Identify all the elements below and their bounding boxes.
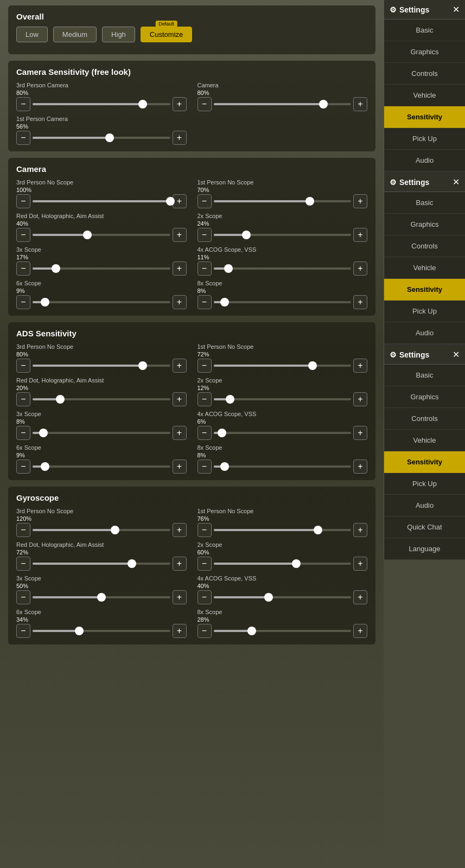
minus-6x-scope-ads[interactable]: −	[16, 459, 30, 474]
plus-red-dot-gyro[interactable]: +	[173, 557, 187, 571]
minus-1st-no-scope-ads[interactable]: −	[198, 359, 212, 373]
sidebar-item-language-3[interactable]: Language	[384, 538, 465, 560]
sidebar-item-pickup-3[interactable]: Pick Up	[384, 473, 465, 495]
plus-3rd-person-camera[interactable]: +	[173, 97, 187, 111]
minus-3rd-no-scope-gyro[interactable]: −	[16, 523, 30, 537]
slider-1st-no-scope-ads: 1st Person No Scope 72% − +	[198, 343, 368, 373]
sidebar-item-graphics-2[interactable]: Graphics	[384, 214, 465, 235]
slider-4x-scope-gyro: 4x ACOG Scope, VSS 40% − +	[198, 575, 368, 604]
sidebar-item-quickchat-3[interactable]: Quick Chat	[384, 516, 465, 538]
plus-camera[interactable]: +	[353, 97, 367, 111]
plus-1st-person-camera[interactable]: +	[173, 131, 187, 145]
minus-1st-person-camera[interactable]: −	[16, 131, 30, 145]
sidebar-item-audio-1[interactable]: Audio	[384, 150, 465, 171]
sidebar-item-sensitivity-2[interactable]: Sensitivity	[384, 279, 465, 301]
plus-3x-scope-gyro[interactable]: +	[173, 590, 187, 604]
camera-sensitivity-title: Camera Sensitivity (free look)	[16, 67, 367, 76]
minus-6x-scope-gyro[interactable]: −	[16, 624, 30, 638]
plus-6x-scope-cam[interactable]: +	[173, 295, 187, 309]
minus-3rd-no-scope-cam[interactable]: −	[16, 194, 30, 208]
minus-4x-scope-ads[interactable]: −	[198, 426, 212, 440]
plus-red-dot-cam[interactable]: +	[173, 228, 187, 242]
slider-camera: Camera 80% − +	[198, 82, 368, 111]
plus-6x-scope-gyro[interactable]: +	[173, 624, 187, 638]
minus-red-dot-ads[interactable]: −	[16, 392, 30, 406]
slider-8x-scope-gyro: 8x Scope 28% − +	[198, 609, 368, 638]
plus-red-dot-ads[interactable]: +	[173, 392, 187, 406]
plus-2x-scope-cam[interactable]: +	[353, 228, 367, 242]
camera-sensitivity-panel: Camera Sensitivity (free look) 3rd Perso…	[8, 61, 375, 151]
preset-high-button[interactable]: High	[102, 27, 135, 42]
sidebar-item-vehicle-2[interactable]: Vehicle	[384, 257, 465, 279]
minus-red-dot-cam[interactable]: −	[16, 228, 30, 242]
plus-2x-scope-ads[interactable]: +	[353, 392, 367, 406]
plus-4x-scope-gyro[interactable]: +	[353, 590, 367, 604]
sidebar-item-controls-3[interactable]: Controls	[384, 408, 465, 430]
main-content: Overall Low Medium High Default Customiz…	[0, 0, 384, 868]
slider-8x-scope-ads: 8x Scope 8% − +	[198, 444, 368, 474]
sidebar-item-basic-1[interactable]: Basic	[384, 20, 465, 41]
minus-2x-scope-ads[interactable]: −	[198, 392, 212, 406]
minus-2x-scope-cam[interactable]: −	[198, 228, 212, 242]
sidebar-item-pickup-1[interactable]: Pick Up	[384, 128, 465, 150]
preset-customize-button[interactable]: Default Customize	[141, 27, 192, 42]
sidebar-item-graphics-3[interactable]: Graphics	[384, 386, 465, 408]
preset-low-button[interactable]: Low	[16, 27, 48, 42]
sidebar-item-vehicle-3[interactable]: Vehicle	[384, 430, 465, 451]
minus-2x-scope-gyro[interactable]: −	[198, 557, 212, 571]
sidebar-item-sensitivity-1[interactable]: Sensitivity	[384, 106, 465, 128]
minus-red-dot-gyro[interactable]: −	[16, 557, 30, 571]
slider-6x-scope-cam: 6x Scope 9% − +	[16, 280, 187, 309]
close-button-1[interactable]: ✕	[453, 4, 460, 15]
sidebar-item-pickup-2[interactable]: Pick Up	[384, 301, 465, 322]
minus-3x-scope-ads[interactable]: −	[16, 426, 30, 440]
minus-1st-no-scope-cam[interactable]: −	[198, 194, 212, 208]
plus-3rd-no-scope-gyro[interactable]: +	[173, 523, 187, 537]
minus-8x-scope-gyro[interactable]: −	[198, 624, 212, 638]
sidebar-item-graphics-1[interactable]: Graphics	[384, 41, 465, 63]
minus-4x-scope-cam[interactable]: −	[198, 261, 212, 276]
plus-8x-scope-ads[interactable]: +	[353, 459, 367, 474]
slider-2x-scope-cam: 2x Scope 24% − +	[198, 213, 368, 242]
plus-3x-scope-ads[interactable]: +	[173, 426, 187, 440]
plus-2x-scope-gyro[interactable]: +	[353, 557, 367, 571]
slider-4x-scope-ads: 4x ACOG Scope, VSS 6% − +	[198, 411, 368, 440]
plus-1st-no-scope-ads[interactable]: +	[353, 359, 367, 373]
ads-panel: ADS Sensitivity 3rd Person No Scope 80% …	[8, 322, 375, 480]
slider-3x-scope-ads: 3x Scope 8% − +	[16, 411, 187, 440]
minus-6x-scope-cam[interactable]: −	[16, 295, 30, 309]
sidebar-item-vehicle-1[interactable]: Vehicle	[384, 85, 465, 106]
minus-3rd-no-scope-ads[interactable]: −	[16, 359, 30, 373]
close-button-3[interactable]: ✕	[453, 349, 460, 360]
minus-1st-no-scope-gyro[interactable]: −	[198, 523, 212, 537]
sidebar-item-sensitivity-3[interactable]: Sensitivity	[384, 451, 465, 473]
plus-8x-scope-cam[interactable]: +	[353, 295, 367, 309]
minus-4x-scope-gyro[interactable]: −	[198, 590, 212, 604]
plus-1st-no-scope-cam[interactable]: +	[353, 194, 367, 208]
plus-3x-scope-cam[interactable]: +	[173, 261, 187, 276]
sidebar-item-controls-2[interactable]: Controls	[384, 235, 465, 257]
track-1st-person-camera[interactable]	[33, 137, 170, 139]
sidebar-item-audio-3[interactable]: Audio	[384, 495, 465, 516]
close-button-2[interactable]: ✕	[453, 177, 460, 187]
sidebar-item-basic-2[interactable]: Basic	[384, 192, 465, 214]
minus-8x-scope-ads[interactable]: −	[198, 459, 212, 474]
plus-4x-scope-cam[interactable]: +	[353, 261, 367, 276]
sidebar-item-audio-2[interactable]: Audio	[384, 322, 465, 344]
plus-8x-scope-gyro[interactable]: +	[353, 624, 367, 638]
sidebar-item-controls-1[interactable]: Controls	[384, 63, 465, 85]
track-camera[interactable]	[214, 103, 352, 105]
plus-4x-scope-ads[interactable]: +	[353, 426, 367, 440]
plus-3rd-no-scope-ads[interactable]: +	[173, 359, 187, 373]
preset-medium-button[interactable]: Medium	[53, 27, 97, 42]
sidebar-item-basic-3[interactable]: Basic	[384, 365, 465, 386]
minus-8x-scope-cam[interactable]: −	[198, 295, 212, 309]
minus-camera[interactable]: −	[198, 97, 212, 111]
plus-6x-scope-ads[interactable]: +	[173, 459, 187, 474]
minus-3x-scope-gyro[interactable]: −	[16, 590, 30, 604]
minus-3x-scope-cam[interactable]: −	[16, 261, 30, 276]
sidebar-panel-3: ⚙ Settings ✕ Basic Graphics Controls Veh…	[384, 345, 465, 560]
minus-3rd-person-camera[interactable]: −	[16, 97, 30, 111]
track-3rd-person-camera[interactable]	[33, 103, 170, 105]
plus-1st-no-scope-gyro[interactable]: +	[353, 523, 367, 537]
